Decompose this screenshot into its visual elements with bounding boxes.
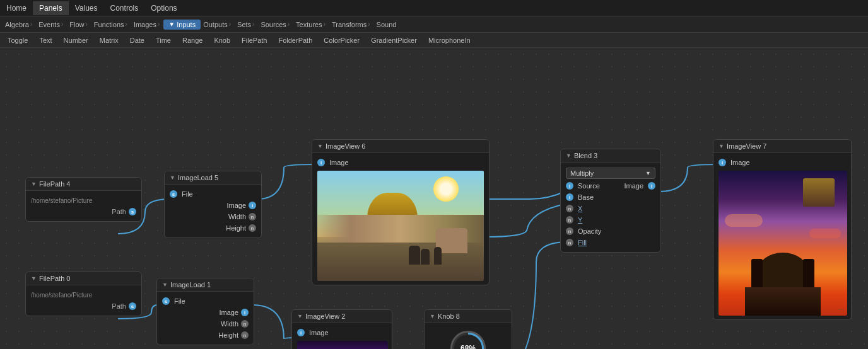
node-imageview7-image-inport[interactable]: i: [718, 159, 726, 166]
tool-matrix[interactable]: Matrix: [95, 35, 124, 45]
node-imageview7[interactable]: ▼ ImageView 7 i Image: [713, 139, 852, 320]
node-imageload1-image-outport[interactable]: i: [241, 309, 249, 316]
chevron-icon: ›: [126, 21, 127, 28]
node-blend3-mode-dropdown[interactable]: Multiply ▼: [566, 168, 655, 179]
node-imageload1-file-inport[interactable]: s: [162, 297, 170, 305]
node-imageview6-image-inport[interactable]: i: [317, 159, 325, 166]
collapse-icon: ▼: [317, 143, 323, 149]
tool-date[interactable]: Date: [125, 35, 150, 45]
node-imageload5-height-label: Height: [226, 224, 246, 232]
node-blend3-x-inport[interactable]: n: [566, 205, 573, 212]
tool-microphonein[interactable]: MicrophoneIn: [423, 35, 476, 45]
node-imageload1-image-row: Image i: [162, 307, 249, 318]
node-blend3-source-inport[interactable]: i: [566, 182, 573, 190]
node-imageload1[interactable]: ▼ ImageLoad 1 s File Image i Width n Hei…: [156, 278, 254, 345]
node-blend3-source-label: Source: [578, 182, 600, 190]
tool-gradientpicker[interactable]: GradientPicker: [366, 35, 422, 45]
node-imageview7-image-label: Image: [730, 159, 750, 166]
node-blend3[interactable]: ▼ Blend 3 Multiply ▼ i Source Image i: [560, 149, 661, 253]
nav-transforms[interactable]: Transforms›: [329, 21, 374, 28]
node-imageload5[interactable]: ▼ ImageLoad 5 s File Image i Width n Hei…: [164, 171, 262, 238]
node-knob8-title: Knob 8: [438, 312, 460, 320]
node-blend3-y-inport[interactable]: n: [566, 216, 573, 224]
nav-functions[interactable]: Functions›: [91, 21, 131, 28]
node-imageload5-width-label: Width: [228, 213, 246, 220]
node-imageview6[interactable]: ▼ ImageView 6 i Image: [312, 139, 490, 285]
node-imageload1-width-outport[interactable]: n: [241, 320, 249, 328]
node-imageload5-file-inport[interactable]: s: [170, 190, 177, 198]
node-blend3-fill-inport[interactable]: n: [566, 239, 573, 246]
menu-home[interactable]: Home: [0, 1, 33, 15]
node-filepath4-value-row: /home/stefano/Picture: [31, 195, 136, 206]
node-filepath4[interactable]: ▼ FilePath 4 /home/stefano/Picture Path …: [25, 177, 142, 222]
node-knob8[interactable]: ▼ Knob 8 68% n Scale Value n: [424, 309, 512, 349]
node-blend3-base-row: i Base: [566, 192, 655, 203]
node-canvas[interactable]: ▼ FilePath 4 /home/stefano/Picture Path …: [0, 48, 868, 349]
menu-panels[interactable]: Panels: [33, 1, 69, 15]
node-imageload5-width-outport[interactable]: n: [249, 213, 256, 220]
nav-sound[interactable]: Sound: [374, 21, 399, 28]
tool-folderpath[interactable]: FolderPath: [273, 35, 317, 45]
nav-bar: Algebra› Events› Flow› Functions› Images…: [0, 16, 868, 33]
node-imageview6-image-row: i Image: [317, 157, 484, 168]
tool-knob[interactable]: Knob: [209, 35, 235, 45]
node-imageload5-image-outport[interactable]: i: [249, 202, 256, 209]
node-blend3-header: ▼ Blend 3: [561, 149, 660, 163]
nav-algebra[interactable]: Algebra›: [3, 21, 36, 28]
node-imageload5-height-outport[interactable]: n: [249, 224, 256, 232]
node-imageload5-height-row: Height n: [170, 222, 256, 234]
collapse-icon: ▼: [31, 275, 37, 282]
node-imageload1-body: s File Image i Width n Height n: [157, 292, 254, 345]
tool-toggle[interactable]: Toggle: [3, 35, 33, 45]
node-blend3-source-row: i Source Image i: [566, 180, 655, 192]
node-filepath0-title: FilePath 0: [39, 275, 71, 282]
nav-textures[interactable]: Textures›: [293, 21, 329, 28]
node-filepath0[interactable]: ▼ FilePath 0 /home/stefano/Picture Path …: [25, 272, 142, 316]
nav-flow[interactable]: Flow›: [67, 21, 91, 28]
node-imageload5-title: ImageLoad 5: [178, 174, 218, 181]
chevron-icon: ›: [324, 21, 326, 28]
node-imageview6-image-label: Image: [329, 159, 349, 166]
tool-filepath[interactable]: FilePath: [237, 35, 272, 45]
node-blend3-opacity-row: n Opacity: [566, 226, 655, 237]
node-imageload1-file-label: File: [174, 297, 185, 305]
node-imageview2-image-label: Image: [309, 329, 329, 336]
chevron-icon: ›: [288, 21, 290, 28]
nav-events[interactable]: Events›: [36, 21, 67, 28]
node-filepath4-path-label: Path: [112, 208, 126, 215]
node-imageview2[interactable]: ▼ ImageView 2 i Image: [291, 309, 392, 349]
menu-controls[interactable]: Controls: [104, 1, 145, 15]
nav-images[interactable]: Images›: [131, 21, 163, 28]
nav-outputs[interactable]: Outputs›: [201, 21, 235, 28]
collapse-icon: ▼: [718, 143, 724, 149]
nav-sets[interactable]: Sets›: [235, 21, 258, 28]
tool-time[interactable]: Time: [151, 35, 176, 45]
tool-number[interactable]: Number: [59, 35, 93, 45]
node-filepath0-path-port[interactable]: s: [129, 302, 136, 310]
node-blend3-y-row: n Y: [566, 214, 655, 226]
menu-options[interactable]: Options: [144, 1, 183, 15]
node-imageload5-body: s File Image i Width n Height n: [165, 185, 261, 237]
chevron-icon: ›: [61, 21, 63, 28]
node-blend3-opacity-inport[interactable]: n: [566, 227, 573, 235]
tool-text[interactable]: Text: [34, 35, 57, 45]
node-imageview7-header: ▼ ImageView 7: [713, 140, 851, 153]
node-knob8-dial[interactable]: 68%: [450, 331, 486, 349]
nav-inputs[interactable]: ▼ Inputs: [163, 20, 201, 30]
menu-values[interactable]: Values: [69, 1, 104, 15]
tool-range[interactable]: Range: [177, 35, 208, 45]
nav-sources[interactable]: Sources›: [258, 21, 293, 28]
node-imageload1-title: ImageLoad 1: [170, 281, 211, 289]
node-imageload1-height-outport[interactable]: n: [241, 331, 249, 339]
node-filepath0-path-label: Path: [112, 302, 126, 310]
node-imageview2-image-inport[interactable]: i: [297, 329, 305, 336]
node-imageview2-image-row: i Image: [297, 327, 387, 338]
node-filepath4-path-port[interactable]: s: [129, 208, 136, 215]
node-blend3-image-outport[interactable]: i: [648, 182, 655, 190]
tool-colorpicker[interactable]: ColorPicker: [319, 35, 365, 45]
node-blend3-image-label: Image: [624, 182, 643, 190]
chevron-icon: ›: [158, 21, 160, 28]
node-knob8-header: ▼ Knob 8: [425, 310, 512, 323]
node-blend3-base-inport[interactable]: i: [566, 193, 573, 201]
node-imageload1-file-row: s File: [162, 295, 249, 307]
